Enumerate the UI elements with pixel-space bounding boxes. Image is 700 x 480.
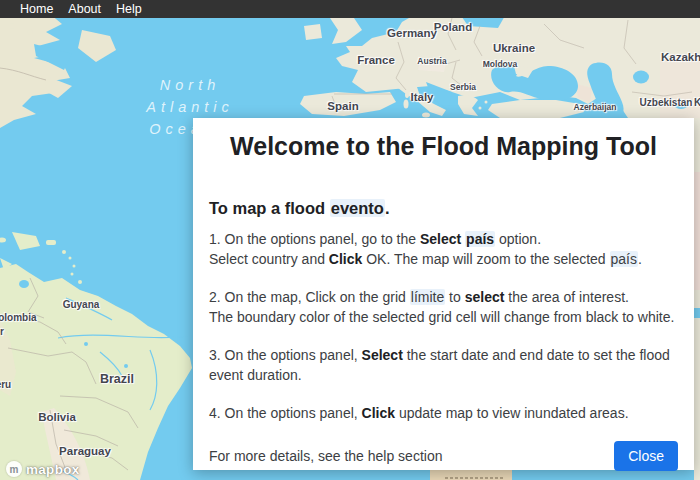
close-button[interactable]: Close [614, 441, 678, 471]
instruction-step-4: 4. On the options panel, Click update ma… [209, 403, 678, 423]
instruction-step-3: 3. On the options panel, Select the star… [209, 345, 678, 385]
modal-footer-text: For more details, see the help section [209, 448, 442, 464]
instruction-step-2: 2. On the map, Click on the grid límite … [209, 287, 678, 327]
nav-item-about[interactable]: About [68, 0, 101, 18]
mapbox-attribution[interactable]: m mapbox [6, 461, 80, 477]
modal-heading: To map a flood evento. [209, 197, 678, 219]
instruction-step-1: 1. On the options panel, go to the Selec… [209, 229, 678, 269]
modal-title: Welcome to the Flood Mapping Tool [209, 131, 678, 161]
nav-item-home[interactable]: Home [20, 0, 53, 18]
top-navbar: Home About Help [0, 0, 700, 18]
mapbox-wordmark: mapbox [26, 462, 80, 477]
welcome-modal: Welcome to the Flood Mapping Tool To map… [193, 118, 694, 470]
nav-item-help[interactable]: Help [116, 0, 142, 18]
app-screen: North Atlantic Ocean Poland Germany Fran… [0, 0, 700, 480]
mapbox-logo-icon: m [6, 461, 22, 477]
modal-footer: For more details, see the help section C… [209, 441, 678, 471]
